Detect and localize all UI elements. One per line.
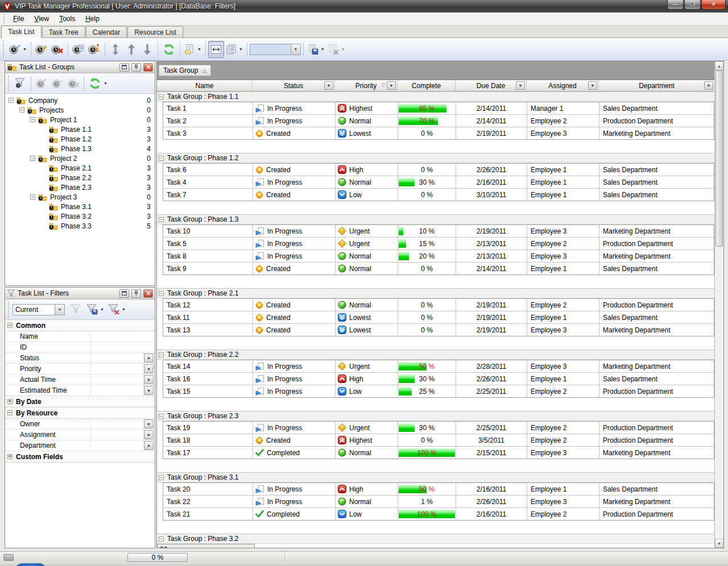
chevron-down-icon[interactable]: ▼ — [324, 81, 333, 90]
task-row[interactable]: Task 21CompletedLow100 %2/16/2011Employe… — [163, 507, 714, 520]
refresh-groups-button[interactable]: ▼ — [86, 75, 109, 92]
view-preset-combo[interactable]: ▼ — [250, 44, 301, 55]
chevron-down-icon[interactable]: ▼ — [341, 47, 345, 51]
tree-item-company[interactable]: −Company0 — [5, 95, 155, 105]
scroll-up-icon[interactable]: ▲ — [715, 61, 723, 70]
chevron-down-icon[interactable]: ▼ — [516, 81, 525, 90]
collapse-icon[interactable]: − — [159, 536, 164, 542]
chevron-down-icon[interactable]: ▼ — [144, 386, 154, 395]
tree-item-project-1[interactable]: −Project 10 — [5, 115, 155, 124]
task-reminder-button[interactable] — [86, 41, 102, 58]
save-filter-button[interactable]: ▼ — [84, 301, 106, 318]
task-row[interactable]: Task 9CreatedNormal0 %2/14/2011Employee … — [163, 262, 714, 274]
apply-filter-button[interactable] — [68, 301, 84, 318]
task-row[interactable]: Task 14In ProgressUrgent50 %2/28/2011Emp… — [163, 360, 714, 372]
column-header-due-date[interactable]: Due Date▼ — [456, 80, 527, 91]
tree-item-phase-1-2[interactable]: Phase 1.23 — [5, 134, 155, 144]
scrollbar-track[interactable] — [715, 70, 723, 539]
minimize-button[interactable]: — — [667, 0, 684, 10]
tree-item-phase-1-1[interactable]: Phase 1.13 — [5, 124, 155, 134]
tree-item-phase-2-2[interactable]: Phase 2.23 — [5, 173, 155, 182]
column-header-name[interactable]: Name — [157, 80, 253, 91]
task-group-header[interactable]: −Task Group : Phase 3.1 — [157, 472, 714, 482]
collapse-icon[interactable]: − — [30, 194, 35, 199]
clear-filter-button[interactable]: ▼ — [106, 301, 127, 318]
tab-task-tree[interactable]: Task Tree — [42, 26, 85, 38]
column-header-complete[interactable]: Complete — [398, 80, 456, 91]
chevron-down-icon[interactable]: ▼ — [23, 47, 27, 51]
task-group-header[interactable]: −Task Group : Phase 3.2 — [157, 534, 714, 544]
collapse-icon[interactable]: − — [159, 352, 164, 357]
chevron-down-icon[interactable]: ▼ — [321, 47, 325, 51]
chevron-down-icon[interactable]: ▼ — [704, 81, 713, 90]
chevron-down-icon[interactable]: ▼ — [144, 364, 154, 373]
task-group-header[interactable]: −Task Group : Phase 1.3 — [157, 214, 714, 224]
filter-section-custom-fields[interactable]: +Custom Fields — [5, 451, 155, 463]
tree-item-phase-1-3[interactable]: Phase 1.34 — [5, 144, 155, 153]
filter-row-assignment[interactable]: Assignment▼ — [5, 430, 155, 440]
collapse-icon[interactable]: − — [159, 475, 164, 480]
task-row[interactable]: Task 10In ProgressUrgent10 %2/19/2011Emp… — [163, 224, 714, 237]
task-row[interactable]: Task 7CreatedLow0 %3/10/2011Employee 1Sa… — [163, 188, 714, 201]
chevron-down-icon[interactable]: ▼ — [100, 307, 104, 311]
export-button[interactable]: ▼ — [183, 41, 203, 58]
chevron-down-icon[interactable]: ▼ — [144, 419, 154, 428]
menu-help[interactable]: Help — [80, 13, 105, 24]
chevron-down-icon[interactable]: ▼ — [144, 375, 154, 384]
task-row[interactable]: Task 5In ProgressUrgent15 %2/13/2011Empl… — [163, 237, 714, 249]
expand-icon[interactable]: + — [7, 399, 13, 404]
new-group-button[interactable] — [34, 75, 49, 92]
collapse-icon[interactable]: − — [30, 117, 35, 122]
filter-row-estimated-time[interactable]: Estimated Time▼ — [5, 385, 155, 396]
filter-row-id[interactable]: ID — [5, 342, 155, 353]
tab-resource-list[interactable]: Resource List — [127, 26, 183, 38]
task-row[interactable]: Task 12CreatedNormal0 %2/19/2011Employee… — [163, 298, 714, 311]
filter-row-priority[interactable]: Priority▼ — [5, 364, 155, 374]
column-header-status[interactable]: Status▼ — [253, 80, 335, 91]
task-group-header[interactable]: −Task Group : Phase 1.1 — [157, 91, 714, 102]
chevron-down-icon[interactable]: ▼ — [239, 47, 243, 51]
chevron-down-icon[interactable]: ▼ — [144, 353, 154, 363]
column-header-department[interactable]: Department▼ — [599, 80, 714, 91]
chevron-down-icon[interactable]: ▼ — [197, 47, 201, 51]
task-notes-button[interactable] — [71, 41, 86, 58]
groups-close-icon[interactable] — [143, 63, 153, 72]
chevron-down-icon[interactable]: ▼ — [122, 307, 126, 311]
filter-section-by-date[interactable]: +By Date — [5, 396, 155, 407]
collapse-icon[interactable]: − — [159, 156, 164, 161]
collapse-icon[interactable]: − — [19, 107, 24, 113]
chevron-down-icon[interactable]: ▼ — [588, 81, 597, 90]
restore-button[interactable]: ❐ — [684, 0, 701, 10]
delete-task-button[interactable] — [49, 41, 65, 58]
menu-file[interactable]: File — [8, 13, 29, 24]
task-row[interactable]: Task 1In ProgressHighest85 %2/14/2011Man… — [163, 102, 714, 114]
task-row[interactable]: Task 2In ProgressNormal70 %2/14/2011Empl… — [163, 114, 714, 127]
collapse-icon[interactable]: − — [9, 98, 14, 103]
move-task-up-button[interactable] — [123, 41, 139, 58]
filter-section-common[interactable]: −Common — [5, 320, 155, 331]
task-row[interactable]: Task 18CreatedHighest0 %3/5/2011Employee… — [163, 434, 714, 446]
groups-pin-icon[interactable] — [131, 63, 141, 72]
filters-pin-icon[interactable] — [131, 289, 141, 298]
collapse-icon[interactable]: − — [30, 156, 35, 161]
tab-task-list[interactable]: Task List — [1, 26, 42, 38]
tree-item-project-2[interactable]: −Project 20 — [5, 153, 155, 163]
collapse-icon[interactable]: − — [159, 414, 164, 419]
collapse-icon[interactable]: − — [159, 217, 164, 222]
fit-columns-button[interactable] — [208, 41, 224, 58]
refresh-button[interactable] — [160, 41, 177, 58]
filter-row-status[interactable]: Status▼ — [5, 353, 155, 364]
filter-row-name[interactable]: Name — [5, 331, 155, 342]
filter-row-owner[interactable]: Owner▼ — [5, 419, 155, 430]
collapse-icon[interactable]: − — [159, 94, 164, 99]
tree-item-phase-3-3[interactable]: Phase 3.35 — [5, 221, 155, 231]
move-task-down-button[interactable] — [139, 41, 155, 58]
task-row[interactable]: Task 13CreatedLowest0 %2/19/2011Employee… — [163, 323, 714, 336]
task-group-header[interactable]: −Task Group : Phase 2.2 — [157, 349, 714, 360]
collapse-icon[interactable]: − — [7, 323, 13, 328]
new-task-button[interactable]: ▼ — [7, 41, 28, 58]
tree-item-phase-3-1[interactable]: Phase 3.13 — [5, 202, 155, 211]
tree-item-projects[interactable]: −Projects0 — [5, 105, 155, 115]
collapse-icon[interactable]: − — [159, 291, 164, 296]
vertical-scrollbar[interactable]: ▲ ▼ — [714, 61, 723, 548]
